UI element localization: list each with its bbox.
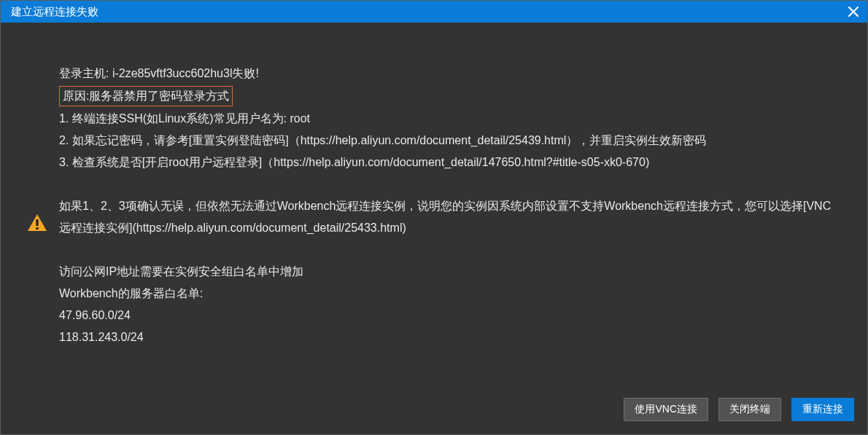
paragraph-vnc-suggestion: 如果1、2、3项确认无误，但依然无法通过Workbench远程连接实例，说明您的… xyxy=(59,195,838,239)
tip-2: 2. 如果忘记密码，请参考[重置实例登陆密码]（https://help.ali… xyxy=(59,130,838,152)
security-group-line-1: 访问公网IP地址需要在实例安全组白名单中增加 xyxy=(59,261,838,283)
message-text: 登录主机: i-2ze85vftf3ucc602hu3l失败! 原因:服务器禁用… xyxy=(59,63,838,383)
dialog-footer: 使用VNC连接 关闭终端 重新连接 xyxy=(1,398,867,434)
security-group-line-2: Workbench的服务器白名单: xyxy=(59,283,838,305)
whitelist-ip-1: 47.96.60.0/24 xyxy=(59,305,838,326)
use-vnc-button[interactable]: 使用VNC连接 xyxy=(624,398,708,421)
reconnect-button[interactable]: 重新连接 xyxy=(791,398,854,421)
warning-icon xyxy=(27,213,47,233)
login-fail-line: 登录主机: i-2ze85vftf3ucc602hu3l失败! xyxy=(59,63,838,85)
icon-column xyxy=(15,63,59,383)
dialog-body: 登录主机: i-2ze85vftf3ucc602hu3l失败! 原因:服务器禁用… xyxy=(1,23,867,398)
svg-rect-1 xyxy=(36,227,38,230)
tip-3: 3. 检查系统是否[开启root用户远程登录]（https://help.ali… xyxy=(59,152,838,173)
tip-1: 1. 终端连接SSH(如Linux系统)常见用户名为: root xyxy=(59,108,838,130)
svg-rect-0 xyxy=(36,219,38,226)
close-terminal-button[interactable]: 关闭终端 xyxy=(718,398,781,421)
close-icon[interactable] xyxy=(848,7,859,17)
reason-highlight: 原因:服务器禁用了密码登录方式 xyxy=(59,86,233,106)
whitelist-ip-2: 118.31.243.0/24 xyxy=(59,326,838,348)
dialog-titlebar: 建立远程连接失败 xyxy=(1,1,867,23)
error-dialog: 建立远程连接失败 登录主机: i-2ze85vftf3ucc602hu3l失败!… xyxy=(0,0,868,435)
dialog-title: 建立远程连接失败 xyxy=(11,1,98,23)
